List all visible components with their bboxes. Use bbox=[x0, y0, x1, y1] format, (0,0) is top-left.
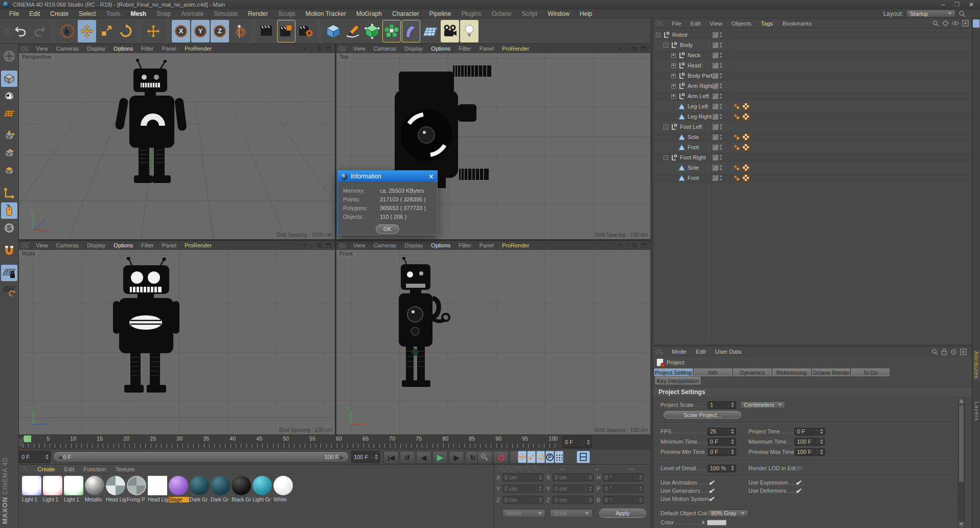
viewport-menu-item[interactable]: View bbox=[349, 242, 370, 248]
rotate-view-icon[interactable]: ↻ bbox=[632, 45, 637, 52]
spinner-icon[interactable] bbox=[817, 439, 823, 444]
polygons-mode-button[interactable] bbox=[1, 163, 17, 179]
visibility-dots-icon[interactable] bbox=[720, 124, 722, 129]
spinner-icon[interactable] bbox=[728, 466, 734, 471]
materials-menu-item[interactable]: Texture bbox=[110, 466, 139, 472]
material-preview-sphere[interactable] bbox=[22, 476, 41, 495]
material-preview-sphere[interactable] bbox=[232, 476, 251, 495]
spinner-icon[interactable] bbox=[536, 475, 542, 480]
visibility-dots-icon[interactable] bbox=[720, 104, 722, 109]
coordinate-field[interactable]: 0 cm bbox=[553, 485, 594, 493]
viewport-menu-item[interactable]: Options bbox=[109, 242, 137, 248]
menu-item[interactable]: MoGraph bbox=[351, 10, 387, 17]
visibility-dots-icon[interactable] bbox=[720, 42, 722, 48]
visibility-toggles[interactable] bbox=[713, 42, 722, 48]
coordinate-system-button[interactable] bbox=[230, 20, 248, 42]
tree-row[interactable]: + Head bbox=[653, 60, 972, 71]
use-expression-checkbox[interactable]: ✔ bbox=[795, 479, 801, 487]
uvw-tag-icon[interactable] bbox=[742, 103, 749, 110]
expand-toggle-icon[interactable]: + bbox=[671, 63, 676, 68]
material-name[interactable]: Dark Gr bbox=[190, 497, 210, 502]
points-mode-button[interactable] bbox=[1, 128, 17, 144]
materials-menu-item[interactable]: Edit bbox=[60, 466, 79, 472]
material-item[interactable]: Dark Gr bbox=[190, 476, 210, 502]
search-icon[interactable] bbox=[959, 10, 966, 17]
toolbar-drag-handle[interactable] bbox=[2, 28, 10, 34]
workplane-cycle-button[interactable] bbox=[1, 282, 17, 299]
project-scale-unit-dropdown[interactable]: Centimeters bbox=[740, 401, 785, 409]
object-name[interactable]: Arm Right bbox=[688, 83, 713, 89]
material-name[interactable]: Head Lig bbox=[106, 497, 126, 502]
maximize-view-icon[interactable] bbox=[641, 243, 646, 248]
target-icon[interactable] bbox=[950, 349, 957, 355]
material-preview-sphere[interactable] bbox=[169, 476, 188, 495]
attribute-tab[interactable]: Project Settings bbox=[654, 369, 693, 376]
expand-arrow-icon[interactable] bbox=[702, 520, 705, 524]
object-manager-menu-item[interactable]: Bookmarks bbox=[778, 20, 816, 27]
panel-drag-handle[interactable] bbox=[20, 243, 29, 248]
spinner-icon[interactable] bbox=[636, 497, 642, 502]
attribute-tab[interactable]: To Do bbox=[851, 369, 890, 376]
robot-model-perspective[interactable] bbox=[110, 58, 197, 191]
material-name[interactable]: Dark Gr bbox=[211, 497, 231, 502]
material-item[interactable]: Head Lig bbox=[148, 476, 168, 502]
material-name[interactable]: White bbox=[274, 497, 294, 502]
viewport-menu-item[interactable]: Panel bbox=[158, 45, 180, 52]
viewport-menu-item[interactable]: Panel bbox=[475, 242, 498, 248]
panel-drag-handle[interactable] bbox=[655, 20, 663, 26]
object-name[interactable]: Sole bbox=[688, 165, 699, 171]
spinner-icon[interactable] bbox=[728, 402, 734, 407]
preview-min-field[interactable]: 0 F bbox=[708, 448, 736, 456]
object-name[interactable]: Body bbox=[680, 42, 693, 48]
material-item[interactable]: Light 1 bbox=[43, 476, 63, 502]
material-name[interactable]: Light Gr bbox=[253, 497, 273, 502]
viewport-menu-item[interactable]: View bbox=[32, 242, 52, 248]
timeline-ruler[interactable]: 0510152025303540455055606570758085909510… bbox=[19, 434, 650, 450]
viewport-menu-item[interactable]: Filter bbox=[454, 45, 475, 52]
enable-toggle-icon[interactable] bbox=[713, 63, 718, 68]
add-icon[interactable] bbox=[960, 349, 967, 355]
pan-view-icon[interactable]: + bbox=[303, 45, 307, 52]
key-position-button[interactable] bbox=[518, 451, 527, 463]
ok-button[interactable]: OK bbox=[376, 224, 399, 234]
menu-item[interactable]: Tools bbox=[101, 10, 125, 17]
panel-drag-handle[interactable] bbox=[19, 439, 23, 446]
object-name[interactable]: Robot bbox=[672, 32, 687, 38]
coordinate-mode-dropdown[interactable]: Scale bbox=[550, 509, 592, 518]
tab-key-interpolation[interactable]: Key Interpolation bbox=[655, 377, 700, 384]
panel-dock-chip[interactable] bbox=[973, 19, 979, 28]
previous-key-button[interactable]: ↺ bbox=[400, 451, 415, 464]
enable-toggle-icon[interactable] bbox=[713, 175, 718, 181]
maximize-view-icon[interactable] bbox=[326, 47, 331, 51]
expand-toggle-icon[interactable]: - bbox=[664, 43, 668, 48]
phong-tag-icon[interactable] bbox=[733, 113, 740, 120]
phong-tag-icon[interactable] bbox=[733, 164, 740, 171]
current-frame-field[interactable]: 0 F bbox=[19, 451, 51, 463]
material-item[interactable]: Metallic bbox=[85, 476, 105, 502]
tag-icons[interactable] bbox=[733, 164, 749, 171]
tree-row[interactable]: + Arm Right bbox=[653, 81, 972, 91]
enable-toggle-icon[interactable] bbox=[713, 134, 718, 140]
enable-toggle-icon[interactable] bbox=[713, 73, 718, 79]
redo-button[interactable] bbox=[31, 20, 49, 42]
visibility-toggles[interactable] bbox=[713, 175, 722, 181]
material-name[interactable]: Frong P bbox=[127, 497, 147, 502]
spinner-icon[interactable] bbox=[728, 449, 734, 454]
add-spline-pen-button[interactable] bbox=[344, 20, 362, 42]
key-parameter-button[interactable]: P bbox=[545, 451, 554, 463]
expand-toggle-icon[interactable]: + bbox=[671, 53, 676, 58]
spinner-icon[interactable] bbox=[42, 454, 49, 460]
tab-layers[interactable]: Layers bbox=[972, 400, 980, 423]
object-manager-menu-item[interactable]: Edit bbox=[686, 20, 705, 27]
lock-x-axis-button[interactable]: X bbox=[172, 20, 190, 42]
visibility-dots-icon[interactable] bbox=[720, 114, 722, 119]
spinner-icon[interactable] bbox=[584, 440, 590, 445]
use-deformers-checkbox[interactable]: ✔ bbox=[795, 487, 801, 495]
camera-button[interactable] bbox=[441, 20, 459, 42]
object-manager-menu-item[interactable]: Objects bbox=[727, 20, 756, 27]
enable-snap-magnet-button[interactable] bbox=[1, 242, 17, 259]
visibility-dots-icon[interactable] bbox=[720, 145, 722, 150]
use-animation-checkbox[interactable]: ✔ bbox=[709, 479, 714, 487]
uvw-tag-icon[interactable] bbox=[742, 113, 749, 120]
workplane-lock-button[interactable] bbox=[1, 265, 17, 281]
